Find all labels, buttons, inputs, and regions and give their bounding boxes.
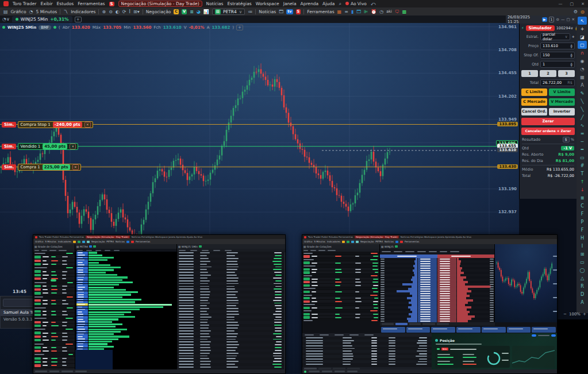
- tool-20-icon[interactable]: ↑: [578, 178, 587, 186]
- panel-blue-icon[interactable]: ▮: [351, 9, 353, 14]
- tool-11-icon[interactable]: ╲: [578, 105, 587, 113]
- menu-item-0[interactable]: Exibir: [40, 1, 52, 6]
- maximize-button[interactable]: ▢: [570, 2, 574, 6]
- buy-chip-icon[interactable]: C: [174, 9, 179, 14]
- timer-icon[interactable]: ◷: [379, 9, 383, 14]
- tool-28-icon[interactable]: I: [578, 242, 587, 250]
- cancel-all-zerar-button[interactable]: Cancelar ordens + Zerar: [521, 128, 575, 135]
- menu-item-r5[interactable]: Ajuda: [322, 1, 335, 6]
- menu-item-r2[interactable]: Workspace: [256, 1, 279, 6]
- layout-one-button[interactable]: 1: [549, 17, 555, 22]
- menu-item-2[interactable]: Ferramentas: [78, 1, 105, 6]
- tool-1-icon[interactable]: +: [578, 25, 587, 33]
- menu-item-1[interactable]: Estudos: [57, 1, 74, 6]
- qty-preset-1[interactable]: 1: [521, 70, 538, 77]
- window-icon[interactable]: 🗖: [356, 9, 361, 14]
- buy-market-button[interactable]: C Mercado: [521, 98, 547, 106]
- account-select[interactable]: 100294∨: [556, 26, 574, 30]
- chart-close-button[interactable]: ✕: [572, 17, 575, 22]
- qty-preset-2[interactable]: 2: [540, 70, 556, 77]
- cancel-order-icon[interactable]: ✕: [70, 144, 76, 149]
- tool-27-icon[interactable]: H: [578, 234, 587, 242]
- cancel-order-icon[interactable]: ✕: [84, 122, 91, 128]
- profile-icon[interactable]: ◍: [581, 9, 585, 14]
- zoom-in-icon[interactable]: ⊕: [102, 9, 106, 14]
- toolbar-ferramentas[interactable]: Ferramentas: [307, 9, 334, 14]
- symbol-select[interactable]: ▤PETR4∨: [212, 9, 245, 15]
- news-panel-icon[interactable]: 🗔: [279, 9, 283, 14]
- tool-34-icon[interactable]: D: [578, 290, 587, 298]
- share-icon[interactable]: ⤺: [371, 1, 376, 7]
- chart-icon[interactable]: ▤: [3, 9, 8, 14]
- sell-limit-button[interactable]: V Limite: [549, 88, 575, 96]
- pie-icon[interactable]: ◕: [197, 9, 201, 14]
- percent-toggle[interactable]: %: [571, 137, 574, 142]
- zerar-button[interactable]: Zerar: [521, 118, 575, 125]
- total-input[interactable]: 26.722,00R$: [540, 79, 575, 86]
- menu-item-r0[interactable]: Notícias: [206, 1, 224, 6]
- list-icon[interactable]: ≔: [248, 9, 252, 14]
- tool-4-icon[interactable]: ∩: [578, 49, 587, 57]
- tool-23-icon[interactable]: C: [578, 202, 587, 210]
- tool-32-icon[interactable]: △: [578, 274, 587, 282]
- refresh-icon[interactable]: ⟳: [122, 9, 126, 14]
- tool-21-icon[interactable]: ↓: [578, 186, 587, 194]
- tool-17-icon[interactable]: ▭: [578, 153, 587, 161]
- cancel-order-icon[interactable]: ✕: [72, 164, 79, 170]
- tool-19-icon[interactable]: T: [578, 169, 587, 178]
- tool-7-icon[interactable]: ▦: [578, 73, 587, 81]
- alarm-icon[interactable]: ⏰: [371, 9, 376, 14]
- replay-icon[interactable]: ▶: [542, 17, 547, 22]
- tool-6-icon[interactable]: ◔: [578, 65, 587, 73]
- menu-item-r1[interactable]: Estratégias: [228, 1, 252, 6]
- zoom-out-icon[interactable]: ⊖: [109, 9, 113, 14]
- menu-item-r3[interactable]: Janela: [283, 1, 297, 6]
- minimize-button[interactable]: —: [559, 2, 563, 6]
- s-news-icon[interactable]: S: [296, 9, 301, 14]
- flag-icon[interactable]: ⊫: [364, 9, 368, 14]
- tool-25-icon[interactable]: P: [578, 218, 587, 226]
- tool-0-icon[interactable]: ↖: [578, 17, 587, 25]
- tool-15-icon[interactable]: ─: [578, 137, 587, 145]
- lines-icon[interactable]: ≡: [344, 9, 348, 14]
- buy-limit-button[interactable]: C Limite: [521, 88, 547, 96]
- close-button[interactable]: ✕: [581, 2, 585, 6]
- add-strategy-button[interactable]: +: [572, 34, 575, 39]
- layout-grid-icon[interactable]: ⊞▾: [133, 9, 140, 14]
- book-icon[interactable]: ≣: [190, 9, 194, 14]
- tool-30-icon[interactable]: ▭: [578, 258, 587, 266]
- tool-13-icon[interactable]: ∿: [578, 121, 587, 129]
- aki-tool[interactable]: aki: [386, 9, 392, 14]
- bars-icon[interactable]: 📊: [203, 9, 209, 14]
- cancel-orders-button[interactable]: Cancel Ord.: [521, 108, 547, 115]
- tool-14-icon[interactable]: ≡: [578, 129, 587, 137]
- order-tag-2[interactable]: Sim.Compra 1225,00 pts✕: [2, 164, 81, 171]
- palette-icon[interactable]: ▦: [337, 9, 342, 14]
- toolbar-indicadores[interactable]: Indicadores: [71, 9, 95, 14]
- order-tag-1[interactable]: Sim.Vendido 145,00 pts✕: [2, 143, 78, 150]
- indicator-icon[interactable]: 〽: [63, 9, 68, 14]
- currency-toggle[interactable]: $: [563, 137, 570, 142]
- tool-12-icon[interactable]: ╱: [578, 113, 587, 121]
- collapse-icon[interactable]: ⊖: [556, 17, 559, 22]
- tool-3-icon[interactable]: ▢: [578, 41, 587, 49]
- tool-8-icon[interactable]: A: [578, 81, 587, 89]
- stop-input[interactable]: 150▲▼: [540, 52, 575, 59]
- tool-29-icon[interactable]: ⊞: [578, 250, 587, 258]
- preco-input[interactable]: 133.610▲▼: [540, 43, 575, 49]
- menu-negociacao[interactable]: Negociação (Simulação - Day Trade): [118, 1, 202, 7]
- sell-chip-icon[interactable]: V: [182, 9, 187, 14]
- invert-button[interactable]: Inverter: [549, 108, 575, 115]
- tool-18-icon[interactable]: #: [578, 161, 587, 169]
- qty-preset-3[interactable]: 3: [558, 70, 575, 77]
- chart-maximize-button[interactable]: ▢: [566, 17, 570, 22]
- apps-icon[interactable]: ▩: [402, 9, 407, 14]
- zoom-area-icon[interactable]: ◐: [116, 9, 120, 14]
- clock-icon[interactable]: ◔: [29, 9, 33, 14]
- embedded-window-dom[interactable]: Toro Trader Exibir Estudos FerramentasNe…: [302, 234, 558, 374]
- tv-icon[interactable]: tv: [286, 9, 293, 14]
- tool-10-icon[interactable]: ╲: [578, 97, 587, 105]
- toolbar-negociacao[interactable]: Negociação: [146, 9, 171, 14]
- tool-16-icon[interactable]: ═: [578, 145, 587, 153]
- qtd-input[interactable]: 1▲▼: [540, 61, 575, 68]
